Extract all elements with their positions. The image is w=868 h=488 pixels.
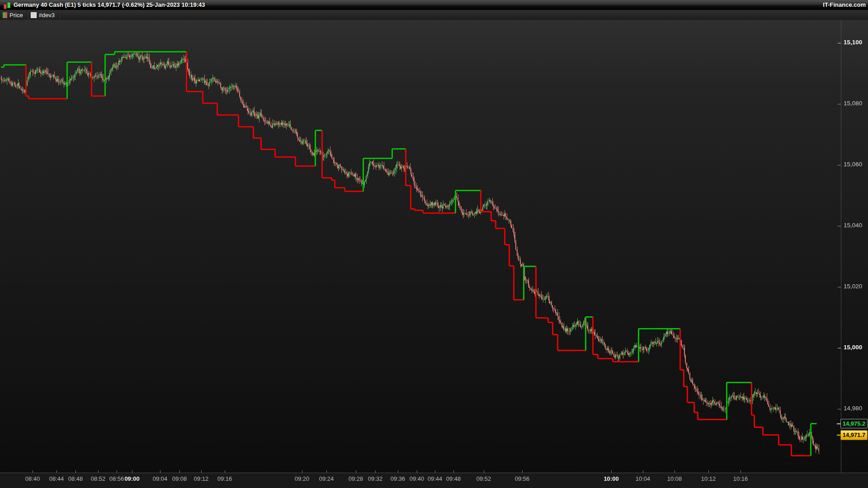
- y-axis-label: 15,020: [844, 283, 862, 290]
- y-axis-label: 14,980: [844, 405, 862, 412]
- legend-chip-dev3[interactable]: #dev3: [28, 10, 60, 20]
- y-axis-label: 15,060: [844, 161, 862, 168]
- x-axis-label: 10:12: [695, 475, 722, 482]
- x-axis-label: 09:24: [313, 475, 340, 482]
- green-candle-glyph: [7, 2, 10, 8]
- x-axis-label: 09:12: [188, 475, 215, 482]
- brand-top-right: IT-Finance.com: [823, 1, 866, 8]
- chart-candles-icon: [4, 2, 11, 9]
- x-axis-label: 09:56: [509, 475, 536, 482]
- y-axis-label: 15,100: [844, 39, 862, 46]
- x-axis-label: 09:20: [288, 475, 316, 482]
- last-price-tag: 14,971.7: [840, 430, 868, 440]
- x-axis-label: 09:00: [118, 475, 146, 482]
- x-axis-label: 09:52: [470, 475, 497, 482]
- price-series-icon: [3, 12, 7, 18]
- x-axis-label: 10:04: [629, 475, 656, 482]
- legend-dev3-label: #dev3: [39, 12, 55, 19]
- price-chart-canvas[interactable]: [0, 20, 868, 488]
- y-axis-label: 15,000: [844, 344, 862, 351]
- y-axis-label: 15,080: [844, 100, 862, 107]
- y-axis-label: 15,040: [844, 222, 862, 229]
- x-axis-label: 10:00: [598, 475, 625, 482]
- x-axis-label: 09:48: [440, 475, 467, 482]
- x-axis-label: 10:16: [727, 475, 754, 482]
- x-axis-label: 09:16: [211, 475, 238, 482]
- legend-chip-price[interactable]: Price: [0, 10, 28, 20]
- title-bar: Germany 40 Cash (E1) 5 ticks 14,971.7 (-…: [0, 0, 868, 10]
- legend-bar: Price #dev3: [0, 10, 868, 20]
- indicator-price-tag: 14,975.2: [840, 419, 868, 428]
- x-axis-label: 08:40: [19, 475, 46, 482]
- x-axis-label: 10:08: [661, 475, 688, 482]
- legend-price-label: Price: [9, 12, 23, 19]
- instrument-title: Germany 40 Cash (E1) 5 ticks 14,971.7 (-…: [14, 1, 205, 8]
- red-candle-glyph: [4, 4, 7, 9]
- dev3-indicator-icon: [31, 12, 37, 18]
